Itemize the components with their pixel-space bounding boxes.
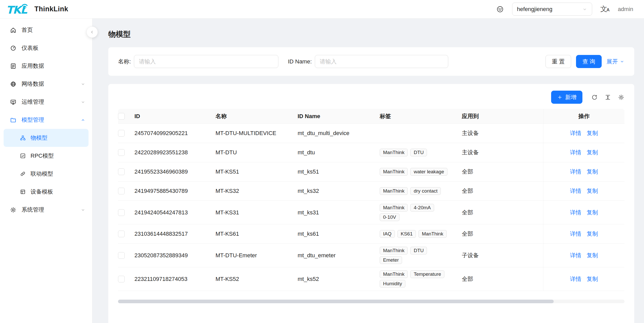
horizontal-scrollbar[interactable]: [118, 300, 625, 303]
row-checkbox[interactable]: [118, 149, 125, 156]
sidebar-item-ops-mgmt[interactable]: 运维管理: [0, 93, 92, 111]
sidebar-item-system-mgmt[interactable]: 系统管理: [0, 201, 92, 219]
sidebar-item-label: RPC模型: [31, 152, 54, 160]
reset-button[interactable]: 重 置: [545, 55, 571, 68]
sidebar-item-network-data[interactable]: 网络数据: [0, 75, 92, 93]
copy-link[interactable]: 复制: [587, 187, 598, 195]
table-row: 24195523346960389MT-KS51mt_ks51ManThinkw…: [118, 162, 625, 182]
detail-link[interactable]: 详情: [570, 129, 581, 137]
language-icon[interactable]: 文A: [600, 6, 610, 13]
filter-actions: 重 置 查 询 展开: [545, 55, 625, 68]
idname-filter-label: ID Name:: [288, 58, 312, 65]
detail-link[interactable]: 详情: [570, 168, 581, 176]
row-checkbox[interactable]: [118, 276, 125, 282]
sidebar-item-rpc-model[interactable]: RPC模型: [4, 147, 89, 165]
copy-link[interactable]: 复制: [587, 209, 598, 216]
row-checkbox[interactable]: [118, 188, 125, 194]
copy-link[interactable]: 复制: [587, 129, 598, 137]
chevron-up-icon: [81, 118, 85, 122]
table-row: 24194240544247813MT-KS31mt_ks31ManThink4…: [118, 201, 625, 224]
copy-link[interactable]: 复制: [587, 230, 598, 238]
idname-filter-input[interactable]: [315, 55, 448, 68]
row-checkbox[interactable]: [118, 209, 125, 216]
tag: ManThink: [380, 270, 408, 278]
row-checkbox-cell: [118, 124, 134, 143]
row-checkbox[interactable]: [118, 168, 125, 175]
sidebar-item-thing-model[interactable]: 物模型: [4, 129, 89, 147]
expand-toggle[interactable]: 展开: [607, 58, 625, 65]
select-all-checkbox[interactable]: [118, 113, 125, 120]
table-row: 24194975885430789MT-KS32mt_ks32ManThinkd…: [118, 182, 625, 201]
cell-name: MT-KS51: [216, 162, 298, 181]
row-checkbox-cell: [118, 182, 134, 201]
detail-link[interactable]: 详情: [570, 209, 581, 216]
sidebar-collapse-button[interactable]: [86, 26, 98, 38]
row-checkbox[interactable]: [118, 231, 125, 237]
cell-name: MT-DTU-MULTIDEVICE: [216, 124, 298, 143]
cell-name: MT-DTU-Emeter: [216, 244, 298, 267]
col-header-name: 名称: [216, 109, 298, 124]
sidebar-item-label: 首页: [22, 26, 33, 34]
chevron-down-icon: [582, 7, 587, 12]
table-row: 23103614448832517MT-KS61mt_ks61IAQKS61Ma…: [118, 224, 625, 244]
add-button[interactable]: 新增: [551, 91, 582, 104]
tag: ManThink: [418, 230, 446, 238]
sidebar-item-dashboard[interactable]: 仪表板: [0, 39, 92, 57]
scrollbar-thumb[interactable]: [118, 300, 554, 303]
name-filter-input[interactable]: [134, 55, 278, 68]
thing-model-icon: [20, 135, 26, 141]
table-row: 23052087352889349MT-DTU-Emetermt_dtu_eme…: [118, 244, 625, 267]
message-icon[interactable]: [496, 5, 504, 13]
column-settings-icon[interactable]: [618, 94, 625, 101]
query-button[interactable]: 查 询: [576, 55, 602, 68]
detail-link[interactable]: 详情: [570, 149, 581, 156]
cell-id: 24194975885430789: [134, 182, 216, 201]
copy-link[interactable]: 复制: [587, 252, 598, 259]
table-header: ID 名称 ID Name 标签 应用到 操作: [118, 109, 625, 124]
density-icon[interactable]: [604, 94, 611, 101]
sidebar-item-home[interactable]: 首页: [0, 21, 92, 39]
refresh-icon[interactable]: [591, 94, 598, 101]
cell-tags: ManThinkTemperatureHumidity: [380, 267, 462, 291]
sidebar-item-app-data[interactable]: 应用数据: [0, 57, 92, 75]
detail-link[interactable]: 详情: [570, 230, 581, 238]
tag: Emeter: [380, 256, 402, 264]
cell-tags: ManThinkdry contact: [380, 182, 462, 201]
tenant-select[interactable]: hefengjieneng: [512, 3, 592, 16]
cell-applied: 子设备: [462, 244, 543, 267]
rpc-model-icon: [20, 153, 26, 159]
col-header-actions: 操作: [543, 109, 625, 124]
tag: ManThink: [380, 168, 408, 176]
sidebar-item-device-template[interactable]: 设备模板: [4, 183, 89, 201]
tkl-logo-icon: TKL: [6, 2, 32, 17]
sidebar-item-linkage-model[interactable]: 联动模型: [4, 165, 89, 183]
row-checkbox[interactable]: [118, 130, 125, 137]
detail-link[interactable]: 详情: [570, 252, 581, 259]
cell-id-name: mt_ks32: [298, 182, 380, 201]
tag: KS61: [397, 230, 416, 238]
row-checkbox[interactable]: [118, 252, 125, 259]
sidebar-item-label: 联动模型: [31, 170, 53, 178]
username[interactable]: admin: [618, 6, 633, 13]
row-checkbox-cell: [118, 143, 134, 162]
sidebar-menu: 首页仪表板应用数据网络数据运维管理模型管理物模型RPC模型联动模型设备模板系统管…: [0, 21, 92, 219]
sidebar-item-label: 物模型: [31, 134, 47, 142]
copy-link[interactable]: 复制: [587, 149, 598, 156]
row-checkbox-cell: [118, 267, 134, 291]
dashboard-icon: [10, 45, 17, 52]
col-header-id-name: ID Name: [298, 109, 380, 124]
header-right: hefengjieneng 文A admin: [496, 3, 633, 16]
sidebar-item-label: 设备模板: [31, 188, 53, 196]
sidebar-item-label: 网络数据: [22, 80, 44, 88]
cell-name: MT-KS52: [216, 267, 298, 291]
device-template-icon: [20, 189, 26, 195]
cell-applied: 主设备: [462, 124, 543, 143]
detail-link[interactable]: 详情: [570, 187, 581, 195]
detail-link[interactable]: 详情: [570, 275, 581, 283]
copy-link[interactable]: 复制: [587, 275, 598, 283]
copy-link[interactable]: 复制: [587, 168, 598, 176]
chevron-down-icon: [81, 82, 85, 87]
sidebar-item-model-mgmt[interactable]: 模型管理: [0, 111, 92, 129]
cell-name: MT-KS32: [216, 182, 298, 201]
cell-actions: 详情复制: [543, 244, 625, 267]
